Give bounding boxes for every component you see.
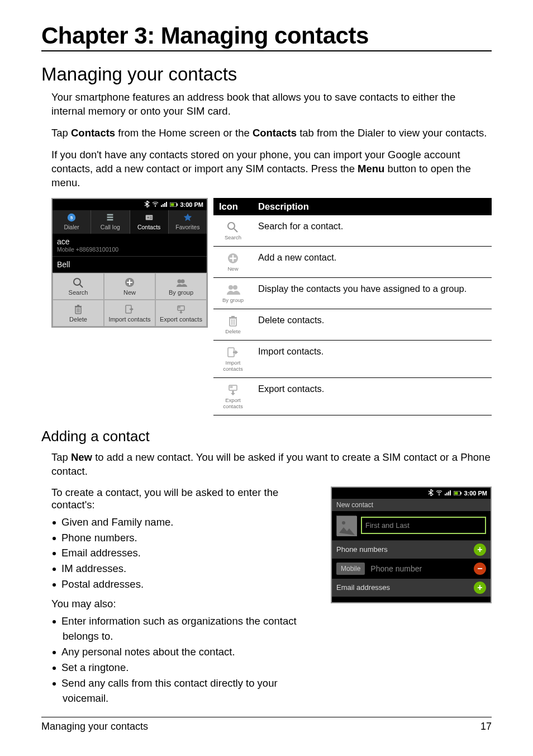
svg-rect-24	[77, 305, 79, 306]
status-bar: 3:00 PM	[53, 199, 207, 210]
group-icon	[175, 277, 187, 288]
text-fragment: Tap	[51, 451, 71, 463]
add-paragraph-2: To create a contact, you will be asked t…	[51, 486, 321, 511]
icon-label: Import contacts	[223, 360, 242, 372]
tab-contacts[interactable]: Contacts	[130, 210, 169, 234]
svg-rect-51	[450, 490, 451, 495]
menu-label: New	[123, 289, 136, 296]
new-contact-title: New contact	[332, 499, 491, 511]
signal-icon	[161, 201, 168, 208]
menu-export[interactable]: Export contacts	[155, 300, 207, 327]
plus-icon	[123, 277, 136, 288]
options-menu: Search New By group Delete Import contac…	[53, 273, 207, 327]
export-icon	[226, 384, 240, 396]
text-fragment: from the Home screen or the	[115, 127, 253, 139]
td-description: Delete contacts.	[253, 309, 492, 340]
menu-label: By group	[169, 289, 193, 296]
list-icon	[104, 212, 116, 223]
list-item: Send any calls from this contact directl…	[63, 675, 321, 707]
add-email-button[interactable]: +	[474, 582, 486, 594]
import-icon	[123, 304, 136, 315]
svg-point-14	[147, 216, 149, 219]
table-row: Export contacts Export contacts.	[213, 377, 492, 415]
list-item: Enter information such as organizations …	[63, 613, 321, 645]
svg-rect-45	[230, 386, 233, 386]
text-fragment: to add a new contact. You will be asked …	[51, 451, 491, 477]
menu-search[interactable]: Search	[53, 273, 104, 300]
phone-row: Mobile Phone number −	[332, 559, 491, 579]
svg-rect-48	[445, 494, 446, 495]
menu-new[interactable]: New	[104, 273, 155, 300]
svg-rect-15	[150, 216, 153, 217]
svg-rect-12	[107, 219, 113, 221]
svg-point-17	[74, 278, 80, 285]
table-row: Search Search for a contact.	[213, 215, 492, 247]
list-item: IM addresses.	[63, 561, 321, 577]
group-icon	[226, 284, 240, 296]
import-icon	[226, 346, 240, 358]
contacts-screenshot: 3:00 PM 5 Dialer Call log Contacts Favo	[51, 198, 208, 328]
table-header-row: Icon Description	[213, 198, 492, 215]
new-contact-screenshot: 3:00 PM New contact First and Last Phone…	[331, 486, 492, 603]
svg-point-47	[439, 494, 440, 495]
phone-header-label: Phone numbers	[336, 545, 388, 554]
th-description: Description	[253, 198, 492, 215]
svg-rect-4	[166, 202, 167, 207]
wifi-icon	[436, 490, 442, 497]
menu-delete[interactable]: Delete	[53, 300, 104, 327]
remove-phone-button[interactable]: −	[474, 563, 486, 575]
contact-row[interactable]: Bell	[53, 257, 207, 273]
star-icon	[182, 212, 193, 223]
bullet-list-2: Enter information such as organizations …	[63, 613, 321, 707]
icon-label: Export contacts	[223, 397, 242, 409]
photo-icon	[337, 516, 357, 536]
icon-label: By group	[222, 297, 244, 303]
svg-rect-1	[161, 205, 162, 207]
svg-point-36	[233, 285, 237, 290]
bluetooth-icon	[428, 489, 434, 497]
table-row: By group Display the contacts you have a…	[213, 277, 492, 309]
phone-field[interactable]: Phone number	[368, 562, 470, 575]
menu-label: Import contacts	[108, 316, 150, 323]
battery-icon	[454, 490, 461, 497]
svg-text:5: 5	[70, 215, 73, 220]
menu-import[interactable]: Import contacts	[104, 300, 155, 327]
list-item: Given and Family name.	[63, 514, 321, 530]
search-icon	[226, 221, 240, 233]
list-item: Postal addresses.	[63, 577, 321, 592]
menu-by-group[interactable]: By group	[155, 273, 207, 300]
td-description: Search for a contact.	[253, 215, 492, 247]
add-paragraph-3: You may also:	[51, 598, 321, 610]
dial-icon: 5	[66, 212, 77, 223]
svg-line-18	[80, 285, 83, 287]
svg-rect-3	[164, 203, 165, 207]
svg-rect-16	[150, 218, 153, 219]
svg-rect-23	[75, 306, 82, 307]
svg-rect-2	[163, 204, 164, 207]
contact-row[interactable]: ace Mobile +886983100100	[53, 234, 207, 257]
signal-icon	[445, 490, 451, 497]
section-title: Managing your contacts	[41, 64, 492, 85]
bullet-list-1: Given and Family name. Phone numbers. Em…	[63, 514, 321, 592]
text-fragment: Tap	[51, 127, 71, 139]
tab-call-log[interactable]: Call log	[91, 210, 130, 234]
status-time: 3:00 PM	[180, 201, 203, 208]
tab-label: Contacts	[137, 224, 160, 230]
name-field[interactable]: First and Last	[361, 517, 486, 534]
tab-dialer[interactable]: 5 Dialer	[53, 210, 91, 234]
text-new-bold: New	[71, 451, 92, 463]
contact-photo[interactable]	[336, 516, 356, 536]
chapter-title: Chapter 3: Managing contacts	[41, 22, 492, 49]
td-description: Add a new contact.	[253, 246, 492, 277]
chapter-rule	[41, 50, 492, 51]
subsection-title: Adding a contact	[41, 428, 492, 445]
menu-label: Export contacts	[160, 316, 202, 323]
icon-label: New	[227, 266, 238, 272]
tab-favorites[interactable]: Favorites	[169, 210, 207, 234]
add-phone-button[interactable]: +	[474, 544, 486, 556]
list-item: Any personal notes about the contact.	[63, 644, 321, 660]
bluetooth-icon	[144, 201, 150, 209]
screenshot-cutoff	[332, 597, 491, 602]
list-item: Phone numbers.	[63, 530, 321, 546]
phone-type-chip[interactable]: Mobile	[336, 563, 365, 575]
